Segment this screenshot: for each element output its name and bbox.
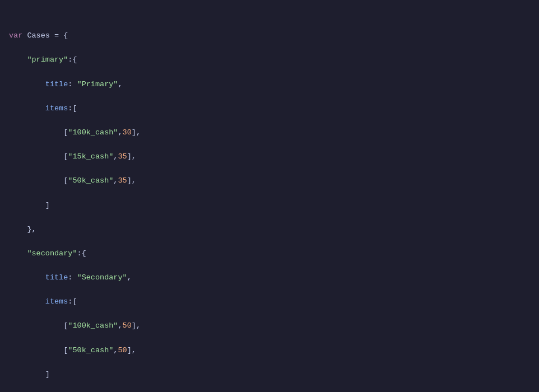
line-5: ["100k_cash",30], bbox=[0, 127, 539, 139]
line-14: ["50k_cash",50], bbox=[0, 344, 539, 357]
line-12: items:[ bbox=[0, 296, 539, 308]
line-4: items:[ bbox=[0, 102, 539, 115]
line-10: "secondary":{ bbox=[0, 248, 539, 260]
code-editor: var Cases = { "primary":{ title: "Primar… bbox=[0, 0, 539, 392]
line-15: ] bbox=[0, 368, 539, 381]
line-9: }, bbox=[0, 223, 539, 236]
line-7: ["50k_cash",35], bbox=[0, 175, 539, 187]
line-3: title: "Primary", bbox=[0, 78, 539, 91]
line-1: var Cases = { bbox=[0, 30, 539, 42]
line-6: ["15k_cash",35], bbox=[0, 151, 539, 163]
line-8: ] bbox=[0, 199, 539, 212]
line-2: "primary":{ bbox=[0, 54, 539, 66]
line-11: title: "Secondary", bbox=[0, 272, 539, 284]
line-13: ["100k_cash",50], bbox=[0, 320, 539, 332]
